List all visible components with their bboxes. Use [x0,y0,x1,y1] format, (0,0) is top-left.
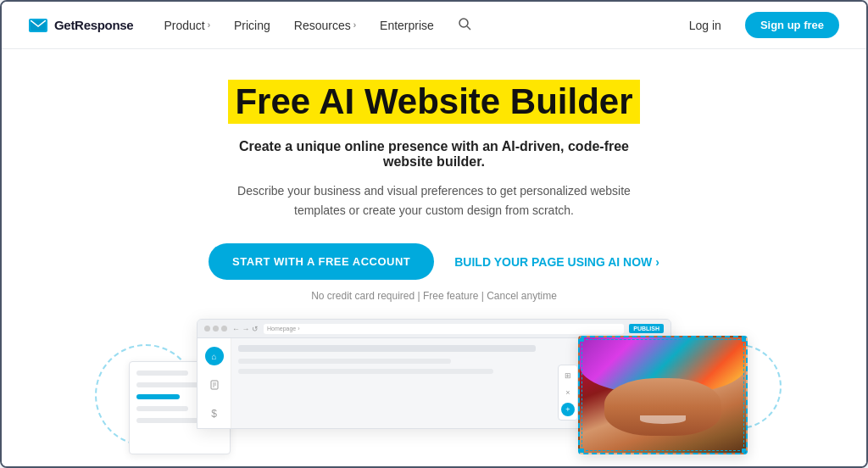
mock-line [136,382,206,387]
nav-item-product[interactable]: Product › [164,19,210,32]
selection-handle [742,448,746,453]
product-preview: ← → ↺ Homepage › PUBLISH ⌂ [103,319,765,454]
search-icon[interactable] [458,17,471,34]
logo[interactable]: GetResponse [29,18,133,32]
dot [204,326,210,332]
chevron-down-icon: › [208,20,210,30]
face [604,378,721,436]
nav-item-enterprise[interactable]: Enterprise [380,19,434,32]
login-button[interactable]: Log in [689,19,721,32]
publish-button: PUBLISH [629,324,664,333]
dot [213,326,219,332]
signup-button[interactable]: Sign up free [745,12,839,38]
build-ai-link[interactable]: BUILD YOUR PAGE USING AI NOW › [454,255,659,269]
nav-item-pricing[interactable]: Pricing [234,19,270,32]
selection-handle [580,337,584,342]
start-free-button[interactable]: START WITH A FREE ACCOUNT [209,243,434,280]
svg-line-2 [467,26,470,30]
mock-right-panel [578,336,748,454]
nav-item-resources[interactable]: Resources › [294,19,356,32]
file-icon [205,376,224,394]
selection-handle [580,448,584,453]
nav-arrows-icon: ← → ↺ [232,325,259,333]
dot [221,326,227,332]
logo-icon [29,19,47,32]
smile [640,415,687,424]
mock-sidebar: ⌂ $ [198,338,231,428]
chevron-down-icon: › [353,20,356,30]
browser-frame: GetResponse Product › Pricing Resources … [0,0,868,468]
home-icon: ⌂ [205,347,224,365]
dollar-icon: $ [205,404,224,423]
disclaimer-text: No credit card required | Free feature |… [311,290,557,302]
hero-title: Free AI Website Builder [228,80,639,124]
logo-text: GetResponse [54,18,133,32]
mock-line [136,418,206,423]
grid-icon: ⊞ [561,369,575,382]
mock-line [136,370,188,376]
url-bar: Homepage › [264,324,624,334]
cta-row: START WITH A FREE ACCOUNT BUILD YOUR PAG… [209,243,659,280]
hero-description: Describe your business and visual prefer… [231,181,637,220]
hero-subtitle: Create a unique online presence with an … [214,139,654,170]
window-dots [204,326,227,332]
mock-toolbar-right: ⊞ × + [558,365,578,421]
add-icon: + [561,403,575,416]
svg-point-1 [459,19,468,27]
hero-section: Free AI Website Builder Create a unique … [2,49,866,466]
close-icon: × [561,386,575,399]
selection-handle [742,337,746,342]
mock-line [136,394,180,399]
person-image [580,337,746,453]
navbar: GetResponse Product › Pricing Resources … [2,2,866,49]
mock-line [136,406,188,411]
